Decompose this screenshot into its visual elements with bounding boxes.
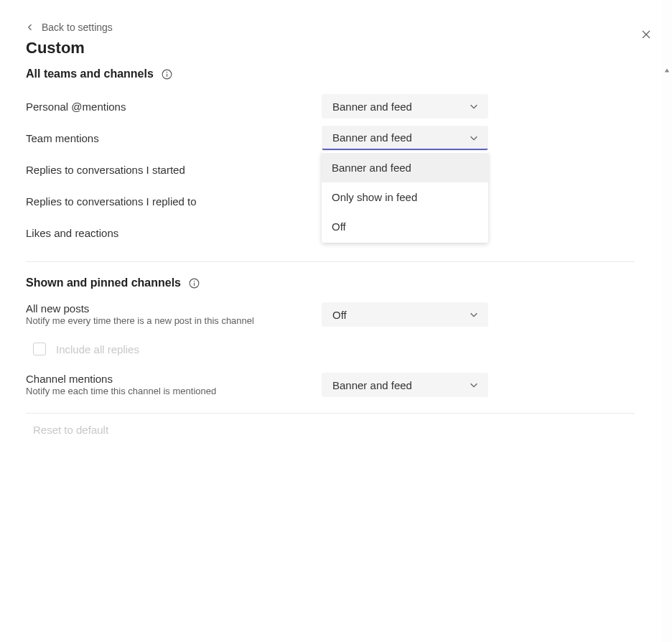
team-mentions-dropdown[interactable]: Banner and feed bbox=[322, 126, 488, 150]
chevron-down-icon bbox=[469, 380, 479, 390]
info-icon[interactable] bbox=[161, 68, 173, 80]
channel-mentions-label: Channel mentions bbox=[26, 373, 314, 385]
personal-mentions-dropdown[interactable]: Banner and feed bbox=[322, 94, 488, 118]
info-icon[interactable] bbox=[188, 277, 200, 289]
vertical-scrollbar[interactable] bbox=[662, 0, 672, 642]
channel-mentions-value: Banner and feed bbox=[332, 379, 412, 391]
checkbox-box bbox=[33, 343, 46, 355]
back-to-settings-link[interactable]: Back to settings bbox=[26, 22, 635, 33]
all-new-posts-value: Off bbox=[332, 309, 347, 321]
team-mentions-label: Team mentions bbox=[26, 132, 322, 144]
menu-option-banner-and-feed[interactable]: Banner and feed bbox=[322, 153, 488, 182]
chevron-left-icon bbox=[26, 23, 34, 32]
page-title: Custom bbox=[26, 39, 635, 57]
replies-replied-label: Replies to conversations I replied to bbox=[26, 195, 322, 208]
team-mentions-menu: Banner and feed Only show in feed Off bbox=[322, 152, 488, 243]
chevron-down-icon bbox=[469, 133, 479, 143]
include-all-replies-label: Include all replies bbox=[56, 343, 139, 355]
all-new-posts-dropdown[interactable]: Off bbox=[322, 302, 488, 327]
likes-reactions-label: Likes and reactions bbox=[26, 227, 322, 239]
section-all-teams-heading: All teams and channels bbox=[26, 68, 154, 80]
include-all-replies-checkbox: Include all replies bbox=[33, 343, 635, 355]
channel-mentions-desc: Notify me each time this channel is ment… bbox=[26, 386, 314, 396]
all-new-posts-label: All new posts bbox=[26, 302, 314, 315]
section-divider bbox=[26, 261, 635, 262]
channel-mentions-dropdown[interactable]: Banner and feed bbox=[322, 373, 488, 397]
scrollbar-thumb[interactable] bbox=[663, 68, 671, 570]
svg-point-5 bbox=[194, 280, 195, 282]
section-divider bbox=[26, 413, 635, 414]
back-link-label: Back to settings bbox=[42, 22, 113, 33]
replies-started-label: Replies to conversations I started bbox=[26, 164, 322, 176]
chevron-down-icon bbox=[469, 101, 479, 111]
section-shown-pinned-heading: Shown and pinned channels bbox=[26, 276, 181, 289]
menu-option-only-show-in-feed[interactable]: Only show in feed bbox=[322, 182, 488, 212]
close-button[interactable] bbox=[636, 24, 656, 45]
chevron-down-icon bbox=[469, 310, 479, 320]
team-mentions-value: Banner and feed bbox=[332, 131, 412, 144]
all-new-posts-desc: Notify me every time there is a new post… bbox=[26, 315, 314, 326]
reset-to-default-link[interactable]: Reset to default bbox=[33, 424, 635, 436]
close-icon bbox=[640, 29, 652, 40]
menu-option-off[interactable]: Off bbox=[322, 212, 488, 241]
svg-point-2 bbox=[167, 71, 168, 73]
personal-mentions-label: Personal @mentions bbox=[26, 101, 322, 113]
personal-mentions-value: Banner and feed bbox=[332, 101, 412, 113]
